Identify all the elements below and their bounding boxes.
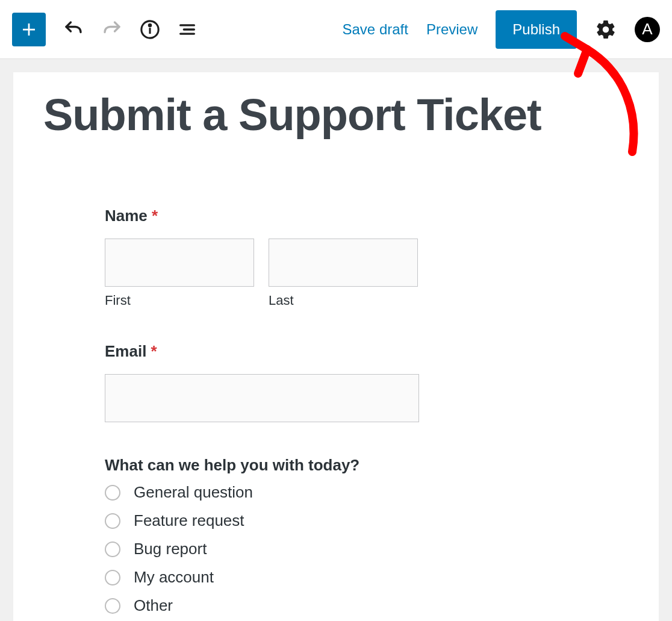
- outline-icon: [177, 19, 198, 40]
- last-name-column: Last: [269, 239, 418, 308]
- editor-toolbar: Save draft Preview Publish A: [0, 0, 672, 59]
- radio-icon: [105, 513, 120, 529]
- outline-button[interactable]: [177, 19, 198, 40]
- avatar-letter: A: [642, 20, 652, 39]
- help-field-group: What can we help you with today? General…: [105, 456, 478, 615]
- help-option[interactable]: Other: [105, 596, 478, 615]
- plus-icon: [20, 20, 38, 39]
- email-field-group: Email *: [105, 342, 478, 422]
- toolbar-left-group: [12, 13, 198, 46]
- editor-canvas[interactable]: Submit a Support Ticket Name * First Las…: [13, 72, 659, 621]
- redo-button[interactable]: [101, 19, 123, 40]
- add-block-button[interactable]: [12, 13, 46, 46]
- first-name-column: First: [105, 239, 254, 308]
- radio-icon: [105, 598, 120, 614]
- info-button[interactable]: [140, 19, 160, 40]
- help-option[interactable]: My account: [105, 568, 478, 587]
- undo-icon: [63, 19, 84, 40]
- radio-icon: [105, 541, 120, 557]
- required-mark: *: [151, 342, 157, 360]
- required-mark: *: [152, 207, 158, 225]
- publish-button[interactable]: Publish: [496, 10, 577, 49]
- first-name-input[interactable]: [105, 239, 254, 287]
- help-options-list: General question Feature request Bug rep…: [105, 483, 478, 615]
- first-name-sublabel: First: [105, 293, 254, 308]
- help-option[interactable]: Feature request: [105, 511, 478, 530]
- toolbar-right-group: Save draft Preview Publish A: [343, 10, 660, 49]
- help-option-label: My account: [134, 568, 214, 587]
- email-label: Email *: [105, 342, 478, 361]
- save-draft-button[interactable]: Save draft: [343, 21, 408, 38]
- settings-button[interactable]: [595, 19, 617, 40]
- support-form: Name * First Last Email: [105, 207, 478, 615]
- last-name-sublabel: Last: [269, 293, 418, 308]
- help-option-label: Bug report: [134, 540, 207, 558]
- undo-button[interactable]: [63, 19, 84, 40]
- help-label: What can we help you with today?: [105, 456, 478, 475]
- email-input[interactable]: [105, 374, 419, 422]
- name-field-group: Name * First Last: [105, 207, 478, 308]
- help-option[interactable]: General question: [105, 483, 478, 502]
- radio-icon: [105, 485, 120, 501]
- info-icon: [140, 19, 160, 40]
- gear-icon: [595, 19, 617, 40]
- email-label-text: Email: [105, 342, 146, 360]
- svg-point-2: [149, 24, 151, 26]
- page-title[interactable]: Submit a Support Ticket: [43, 89, 629, 140]
- name-label: Name *: [105, 207, 478, 225]
- last-name-input[interactable]: [269, 239, 418, 287]
- editor-canvas-outer: Submit a Support Ticket Name * First Las…: [0, 59, 672, 621]
- plugin-avatar-button[interactable]: A: [635, 17, 660, 42]
- help-option-label: Feature request: [134, 511, 244, 530]
- name-label-text: Name: [105, 207, 148, 225]
- radio-icon: [105, 570, 120, 585]
- preview-button[interactable]: Preview: [426, 21, 478, 38]
- help-option[interactable]: Bug report: [105, 540, 478, 558]
- help-option-label: Other: [134, 596, 173, 615]
- redo-icon: [101, 19, 123, 40]
- help-option-label: General question: [134, 483, 253, 502]
